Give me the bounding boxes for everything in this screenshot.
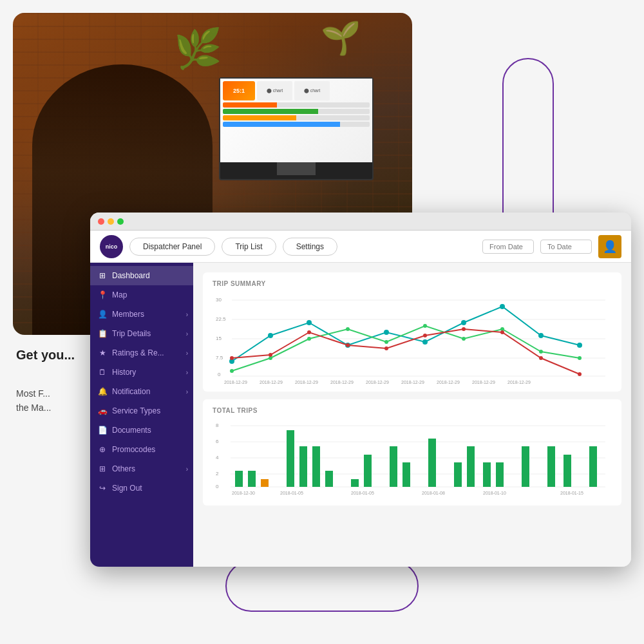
svg-rect-71 <box>390 446 397 487</box>
tagline-text: Get you... <box>16 348 75 363</box>
svg-rect-65 <box>312 446 320 487</box>
svg-point-17 <box>500 304 505 309</box>
trip-summary-title: TRIP SUMMARY <box>213 280 612 287</box>
svg-text:2018-12-29: 2018-12-29 <box>366 380 389 384</box>
sidebar-item-trip-details[interactable]: 📋 Trip Details › <box>90 324 193 343</box>
svg-point-39 <box>578 372 582 376</box>
svg-rect-72 <box>402 462 410 487</box>
svg-text:2: 2 <box>216 471 219 477</box>
sidebar-item-members[interactable]: 👤 Members › <box>90 305 193 324</box>
window-controls <box>98 218 124 225</box>
dispatcher-panel-button[interactable]: Dispatcher Panel <box>129 238 215 256</box>
minimize-dot[interactable] <box>108 218 114 225</box>
svg-text:2018-12-29: 2018-12-29 <box>472 380 495 384</box>
svg-text:2018-12-29: 2018-12-29 <box>330 380 354 384</box>
plant-left-icon: 🌿 <box>174 26 222 71</box>
svg-text:2018-12-29: 2018-12-29 <box>295 380 318 384</box>
sidebar-label-signout: Sign Out <box>112 484 142 493</box>
svg-text:15: 15 <box>216 336 222 341</box>
members-arrow-icon: › <box>186 311 188 318</box>
svg-text:4: 4 <box>216 455 219 460</box>
svg-text:2018-12-29: 2018-12-29 <box>437 380 460 384</box>
sidebar-label-documents: Documents <box>112 426 151 435</box>
svg-rect-68 <box>351 479 359 487</box>
signout-icon: ↪ <box>98 484 107 493</box>
svg-point-26 <box>462 337 466 341</box>
sidebar-label-map: Map <box>112 290 127 299</box>
svg-point-16 <box>461 320 466 325</box>
svg-point-36 <box>462 327 466 331</box>
svg-rect-81 <box>522 446 529 487</box>
sidebar-item-map[interactable]: 📍 Map <box>90 285 193 305</box>
ratings-icon: ★ <box>98 348 107 357</box>
sidebar-item-notification[interactable]: 🔔 Notification › <box>90 382 193 401</box>
svg-rect-60 <box>248 471 256 487</box>
sidebar-item-ratings[interactable]: ★ Ratings & Re... › <box>90 343 193 363</box>
members-icon: 👤 <box>98 310 107 319</box>
total-trips-title: TOTAL TRIPS <box>213 407 612 414</box>
close-dot[interactable] <box>98 218 104 225</box>
map-icon: 📍 <box>98 290 107 299</box>
sidebar-label-service-types: Service Types <box>112 406 160 415</box>
svg-text:2018-01-10: 2018-01-10 <box>483 491 506 495</box>
sidebar-item-others[interactable]: ⊞ Others › <box>90 459 193 478</box>
svg-point-30 <box>230 356 234 360</box>
window-titlebar <box>90 213 631 231</box>
from-date-input[interactable] <box>482 240 534 254</box>
trip-summary-chart: 30 22.5 15 7.5 0 <box>213 294 612 384</box>
dashboard-window: nico Dispatcher Panel Trip List Settings… <box>90 213 631 567</box>
sidebar-label-members: Members <box>112 310 144 319</box>
sidebar-item-signout[interactable]: ↪ Sign Out <box>90 478 193 498</box>
notification-arrow-icon: › <box>186 388 188 395</box>
svg-point-31 <box>269 353 272 357</box>
total-trips-chart: 8 6 4 2 0 <box>213 421 612 498</box>
to-date-input[interactable] <box>540 240 592 254</box>
sidebar-item-history[interactable]: 🗒 History › <box>90 363 193 382</box>
svg-point-19 <box>577 343 582 348</box>
svg-point-32 <box>307 330 311 334</box>
documents-icon: 📄 <box>98 426 107 435</box>
sidebar-label-notification: Notification <box>112 387 150 396</box>
svg-point-15 <box>422 339 428 345</box>
svg-point-20 <box>230 369 234 373</box>
sidebar-label-ratings: Ratings & Re... <box>112 348 164 357</box>
sidebar-item-documents[interactable]: 📄 Documents <box>90 421 193 440</box>
svg-point-12 <box>307 320 312 325</box>
svg-text:2018-12-29: 2018-12-29 <box>401 380 424 384</box>
sidebar-label-others: Others <box>112 464 135 473</box>
svg-rect-63 <box>287 430 294 487</box>
sidebar: ⊞ Dashboard 📍 Map 👤 Members › 📋 Trip Det… <box>90 263 193 567</box>
svg-text:0: 0 <box>216 484 219 489</box>
svg-point-25 <box>423 324 427 328</box>
svg-point-22 <box>307 337 311 341</box>
sidebar-item-promocodes[interactable]: ⊕ Promocodes <box>90 440 193 459</box>
svg-rect-66 <box>325 471 333 487</box>
sidebar-label-promocodes: Promocodes <box>112 445 155 454</box>
svg-rect-79 <box>496 462 504 487</box>
svg-point-28 <box>539 350 543 354</box>
maximize-dot[interactable] <box>117 218 124 225</box>
trip-list-button[interactable]: Trip List <box>222 238 276 256</box>
service-types-icon: 🚗 <box>98 406 107 415</box>
svg-text:2018-01-08: 2018-01-08 <box>422 491 445 495</box>
total-trips-section: TOTAL TRIPS 8 6 4 2 0 <box>203 399 621 506</box>
user-avatar[interactable]: 👤 <box>598 235 621 258</box>
svg-point-29 <box>578 356 582 360</box>
main-layout: ⊞ Dashboard 📍 Map 👤 Members › 📋 Trip Det… <box>90 263 631 567</box>
trip-summary-svg: 30 22.5 15 7.5 0 <box>213 294 612 384</box>
dashboard-icon: ⊞ <box>98 271 107 280</box>
svg-text:2018-12-29: 2018-12-29 <box>507 380 531 384</box>
svg-point-24 <box>384 340 388 344</box>
notification-icon: 🔔 <box>98 387 107 396</box>
svg-point-14 <box>384 330 389 335</box>
svg-text:0: 0 <box>218 372 221 377</box>
svg-rect-61 <box>261 479 269 487</box>
purple-accent-horizontal <box>225 560 419 612</box>
svg-point-35 <box>423 334 427 337</box>
svg-text:2018-01-05: 2018-01-05 <box>351 491 374 495</box>
svg-text:2018-01-05: 2018-01-05 <box>280 491 303 495</box>
sidebar-item-dashboard[interactable]: ⊞ Dashboard <box>90 266 193 285</box>
background-monitor: 25:1 ⬤ chart ⬤ chart <box>219 77 374 180</box>
settings-button[interactable]: Settings <box>283 238 337 256</box>
sidebar-item-service-types[interactable]: 🚗 Service Types <box>90 401 193 421</box>
